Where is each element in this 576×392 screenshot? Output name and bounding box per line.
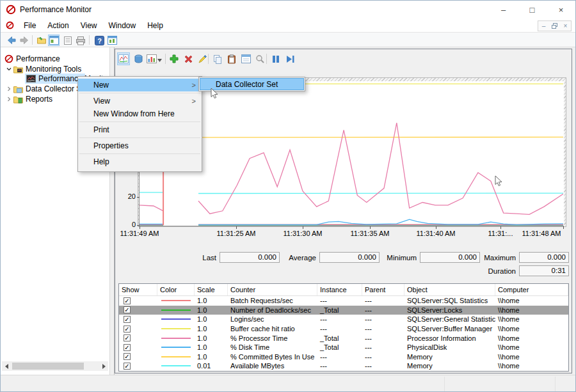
show-checkbox[interactable]: ✓ (124, 344, 131, 351)
x-axis-label: 11:31:25 AM (217, 230, 256, 237)
x-axis-label: 11:31:48 AM (522, 230, 561, 237)
column-header-computer[interactable]: Computer (495, 284, 568, 295)
add-counter-icon[interactable] (168, 52, 180, 65)
mdi-minimize-button[interactable]: – (538, 21, 549, 31)
minimum-label: Minimum (384, 254, 417, 262)
svg-text:?: ? (97, 36, 102, 44)
show-cell: ✓ (119, 334, 157, 341)
current-activity-icon[interactable] (117, 52, 130, 65)
copy-properties-icon[interactable] (211, 52, 224, 65)
maximize-button[interactable]: □ (518, 1, 547, 19)
counter-row[interactable]: ✓1.0Number of Deadlocks/sec_Total---SQLS… (119, 306, 568, 315)
delete-counter-icon[interactable] (182, 52, 195, 65)
tree-item-reports[interactable]: Reports (6, 94, 52, 104)
show-cell: ✓ (119, 353, 157, 360)
menu-item-new-window-from-here[interactable]: New Window from Here (78, 107, 202, 120)
back-icon[interactable] (6, 35, 17, 46)
parent-cell: --- (362, 353, 404, 361)
scroll-left-icon[interactable] (2, 361, 12, 371)
y-axis-label: 20 (116, 192, 136, 200)
counter-row[interactable]: ✓1.0Buffer cache hit ratio------SQLServe… (119, 324, 568, 334)
counter-row[interactable]: ✓1.0Logins/sec------SQLServer:General St… (119, 315, 568, 324)
menu-item-new[interactable]: New> (78, 79, 202, 91)
menu-window[interactable]: Window (103, 20, 142, 31)
column-header-counter[interactable]: Counter (228, 284, 317, 295)
counter-row[interactable]: ✓1.0% Disk Time_Total---PhysicalDisk\\ho… (119, 343, 568, 352)
color-cell (157, 300, 195, 301)
properties-icon[interactable] (239, 52, 252, 65)
show-cell: ✓ (119, 344, 157, 351)
counter-row[interactable]: ✓1.0Batch Requests/sec------SQLServer:SQ… (119, 296, 568, 306)
column-header-object[interactable]: Object (404, 284, 495, 295)
scroll-right-icon[interactable] (99, 361, 108, 371)
freeze-display-icon[interactable] (269, 52, 282, 65)
object-cell: Memory (404, 362, 495, 370)
show-checkbox[interactable]: ✓ (124, 353, 131, 360)
minimize-button[interactable]: – (489, 1, 518, 19)
menu-view[interactable]: View (75, 20, 103, 31)
x-axis-label: 11:31:35 AM (351, 230, 390, 237)
tree-item-monitoring-tools[interactable]: Monitoring Tools (6, 64, 81, 74)
y-axis-label: 0 (116, 221, 136, 228)
close-button[interactable]: × (547, 1, 575, 19)
log-data-icon[interactable] (132, 52, 145, 65)
export-folder-icon[interactable] (36, 35, 47, 46)
color-cell (157, 338, 195, 339)
mdi-restore-button[interactable] (549, 21, 560, 31)
window-title: Performance Monitor (20, 5, 92, 14)
update-data-icon[interactable] (284, 52, 296, 65)
help-icon[interactable]: ? (93, 35, 105, 46)
chevron-collapsed-icon[interactable] (6, 96, 12, 102)
menu-help[interactable]: Help (141, 20, 169, 31)
column-header-show[interactable]: Show (119, 284, 157, 295)
counter-row[interactable]: ✓0.01Available MBytes------Memory\\home (119, 361, 568, 371)
chevron-collapsed-icon[interactable] (6, 86, 12, 92)
instance-cell: _Total (317, 306, 362, 314)
counter-row[interactable]: ✓1.0% Processor Time_Total---Processor I… (119, 333, 568, 343)
chart-lines (140, 81, 563, 226)
menu-item-print[interactable]: Print (78, 123, 202, 136)
show-checkbox[interactable]: ✓ (124, 306, 131, 313)
show-checkbox[interactable]: ✓ (124, 316, 131, 323)
show-checkbox[interactable]: ✓ (124, 363, 131, 370)
print-icon[interactable] (75, 35, 86, 46)
instance-cell: --- (317, 315, 362, 323)
scrollbar-thumb[interactable] (12, 363, 84, 370)
console-tree-icon[interactable] (48, 35, 60, 46)
highlight-icon[interactable] (196, 52, 209, 65)
performance-monitor-window: Performance Monitor – □ × FileActionView… (0, 0, 576, 392)
column-header-parent[interactable]: Parent (362, 284, 404, 295)
show-checkbox[interactable]: ✓ (124, 325, 131, 333)
parent-cell: --- (362, 334, 404, 342)
color-swatch (161, 318, 191, 320)
menu-file[interactable]: File (18, 20, 42, 31)
menu-item-help[interactable]: Help (78, 155, 202, 168)
counter-table: ShowColorScaleCounterInstanceParentObjec… (118, 283, 569, 372)
mdi-close-button[interactable]: × (560, 21, 571, 31)
column-header-color[interactable]: Color (157, 284, 195, 295)
menu-item-view[interactable]: View> (78, 95, 202, 107)
counter-row[interactable]: ✓1.0% Committed Bytes In Use------Memory… (119, 352, 568, 362)
column-header-instance[interactable]: Instance (317, 284, 362, 295)
new-window-icon[interactable] (106, 35, 118, 46)
show-cell: ✓ (119, 316, 157, 323)
tree-item-performance-root[interactable]: Performance (4, 54, 60, 64)
counter-cell: Logins/sec (228, 315, 317, 323)
zoom-icon[interactable] (253, 52, 266, 65)
menu-item-properties[interactable]: Properties (78, 139, 202, 152)
column-header-scale[interactable]: Scale (195, 284, 228, 295)
menu-action[interactable]: Action (42, 20, 74, 31)
show-checkbox[interactable]: ✓ (124, 297, 131, 304)
graph-type-dropdown-icon[interactable] (156, 54, 163, 67)
tree-horizontal-scrollbar[interactable] (2, 361, 108, 371)
perfmon-logo-icon (6, 4, 16, 15)
show-checkbox[interactable]: ✓ (124, 334, 131, 341)
chevron-expanded-icon[interactable] (6, 66, 12, 72)
menu-separator (79, 153, 200, 154)
titlebar: Performance Monitor – □ × (1, 1, 575, 19)
show-cell: ✓ (119, 325, 157, 333)
export-list-icon[interactable] (62, 35, 74, 46)
forward-icon[interactable] (19, 35, 30, 46)
paste-counter-icon[interactable] (225, 52, 238, 65)
counter-cell: Number of Deadlocks/sec (228, 306, 317, 314)
